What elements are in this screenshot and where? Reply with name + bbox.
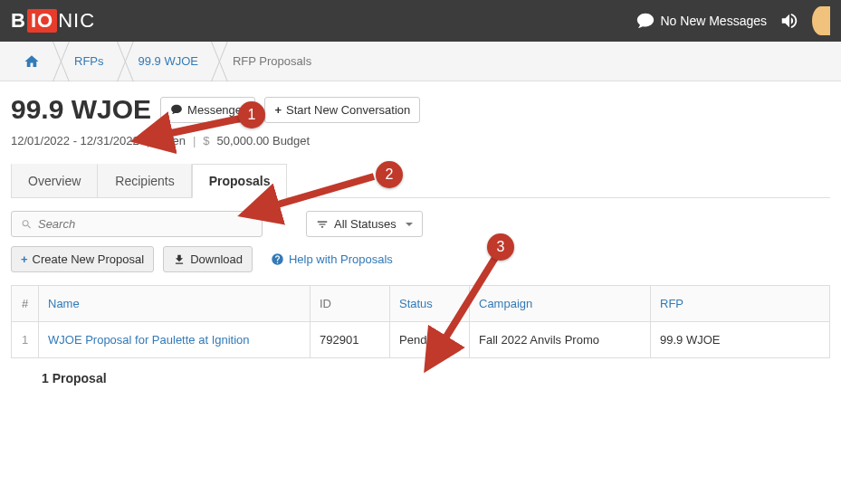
volume-icon[interactable] xyxy=(779,11,799,31)
messages-label: No New Messages xyxy=(661,14,768,28)
help-link[interactable]: Help with Proposals xyxy=(271,252,393,266)
chat-icon xyxy=(170,103,183,116)
topbar-right: No New Messages xyxy=(636,6,831,35)
cell-id: 792901 xyxy=(311,322,390,358)
proposal-link[interactable]: WJOE Proposal for Paulette at Ignition xyxy=(48,333,250,347)
plus-icon: + xyxy=(21,252,28,266)
start-conversation-label: Start New Conversation xyxy=(286,103,410,117)
toolbar-row-1: All Statuses xyxy=(11,211,830,237)
tabs: Overview Recipients Proposals xyxy=(11,164,830,198)
cell-rfp: 99.9 WJOE xyxy=(651,322,830,358)
status-filter-dropdown[interactable]: All Statuses xyxy=(306,211,423,237)
help-icon xyxy=(271,252,284,266)
filter-icon xyxy=(316,218,329,231)
cell-status: Pending xyxy=(390,322,470,358)
status-filter-label: All Statuses xyxy=(334,217,397,231)
proposals-table: # Name ID Status Campaign RFP 1 WJOE Pro… xyxy=(11,285,830,358)
create-proposal-button[interactable]: + Create New Proposal xyxy=(11,246,154,272)
toolbar-row-2: + Create New Proposal Download Help with… xyxy=(11,246,830,272)
breadcrumb-current: RFP Proposals xyxy=(220,54,324,68)
logo-part-nic: NIC xyxy=(58,9,95,33)
title-row: 99.9 WJOE Messenger + Start New Conversa… xyxy=(11,94,830,125)
download-label: Download xyxy=(190,252,243,266)
search-input[interactable] xyxy=(38,217,253,231)
col-name[interactable]: Name xyxy=(39,286,311,322)
chevron-down-icon xyxy=(406,223,413,226)
budget: 50,000.00 Budget xyxy=(217,134,311,147)
start-conversation-button[interactable]: + Start New Conversation xyxy=(264,97,420,123)
topbar: BIONIC No New Messages xyxy=(0,0,841,42)
page-content: 99.9 WJOE Messenger + Start New Conversa… xyxy=(0,81,841,398)
col-rfp[interactable]: RFP xyxy=(651,286,830,322)
cell-name: WJOE Proposal for Paulette at Ignition xyxy=(39,322,311,358)
home-icon xyxy=(24,53,40,70)
breadcrumb-home[interactable] xyxy=(11,53,53,70)
download-icon xyxy=(173,253,186,266)
messenger-label: Messenger xyxy=(187,103,245,117)
rfp-status: Open xyxy=(157,134,186,147)
breadcrumb-sep xyxy=(117,42,126,81)
messages-button[interactable]: No New Messages xyxy=(636,11,768,31)
logo[interactable]: BIONIC xyxy=(11,9,95,33)
col-id[interactable]: ID xyxy=(311,286,390,322)
chat-icon xyxy=(636,11,655,31)
logo-part-io: IO xyxy=(27,9,57,33)
avatar[interactable] xyxy=(812,6,830,35)
search-input-wrap[interactable] xyxy=(11,211,263,237)
tab-overview[interactable]: Overview xyxy=(11,164,98,197)
create-proposal-label: Create New Proposal xyxy=(33,252,145,266)
download-button[interactable]: Download xyxy=(163,246,253,272)
breadcrumb-rfps[interactable]: RFPs xyxy=(62,54,117,68)
cell-num: 1 xyxy=(12,322,39,358)
date-range: 12/01/2022 - 12/31/2022 xyxy=(11,134,139,147)
col-num: # xyxy=(12,286,39,322)
tab-proposals[interactable]: Proposals xyxy=(192,164,288,198)
cell-campaign: Fall 2022 Anvils Promo xyxy=(470,322,651,358)
search-icon xyxy=(21,218,33,231)
plus-icon: + xyxy=(274,103,282,117)
breadcrumb-sep xyxy=(211,42,220,81)
page-title: 99.9 WJOE xyxy=(11,94,151,125)
table-row: 1 WJOE Proposal for Paulette at Ignition… xyxy=(12,322,830,358)
logo-part-b: B xyxy=(11,9,26,33)
col-campaign[interactable]: Campaign xyxy=(470,286,651,322)
breadcrumb: RFPs 99.9 WJOE RFP Proposals xyxy=(0,42,841,81)
dollar-icon: $ xyxy=(203,134,209,147)
meta-row: 12/01/2022 - 12/31/2022 | Open | $ 50,00… xyxy=(11,134,830,147)
proposal-count: 1 Proposal xyxy=(11,358,830,385)
breadcrumb-station[interactable]: 99.9 WJOE xyxy=(126,54,211,68)
table-header-row: # Name ID Status Campaign RFP xyxy=(12,286,830,322)
tab-recipients[interactable]: Recipients xyxy=(98,164,191,197)
help-label: Help with Proposals xyxy=(289,252,393,266)
col-status[interactable]: Status xyxy=(390,286,470,322)
breadcrumb-sep xyxy=(53,42,62,81)
messenger-button[interactable]: Messenger xyxy=(160,97,255,123)
